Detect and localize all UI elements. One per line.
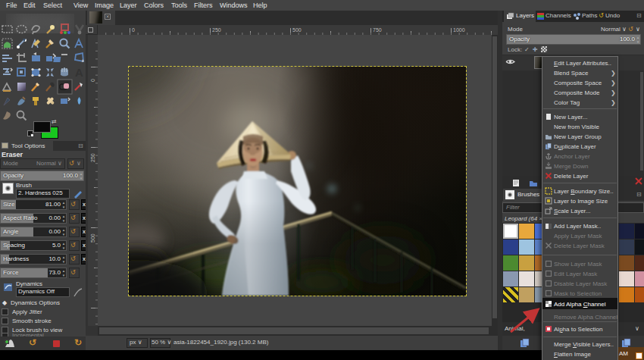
- svg-text:250: 250: [212, 27, 221, 33]
- svg-text:0: 0: [90, 79, 95, 82]
- svg-text:250: 250: [90, 153, 95, 162]
- svg-text:1000: 1000: [453, 27, 465, 33]
- svg-text:0: 0: [132, 27, 135, 33]
- svg-text:500: 500: [90, 233, 95, 243]
- svg-text:750: 750: [373, 27, 382, 33]
- svg-text:A: A: [75, 66, 83, 79]
- svg-text:500: 500: [292, 27, 302, 33]
